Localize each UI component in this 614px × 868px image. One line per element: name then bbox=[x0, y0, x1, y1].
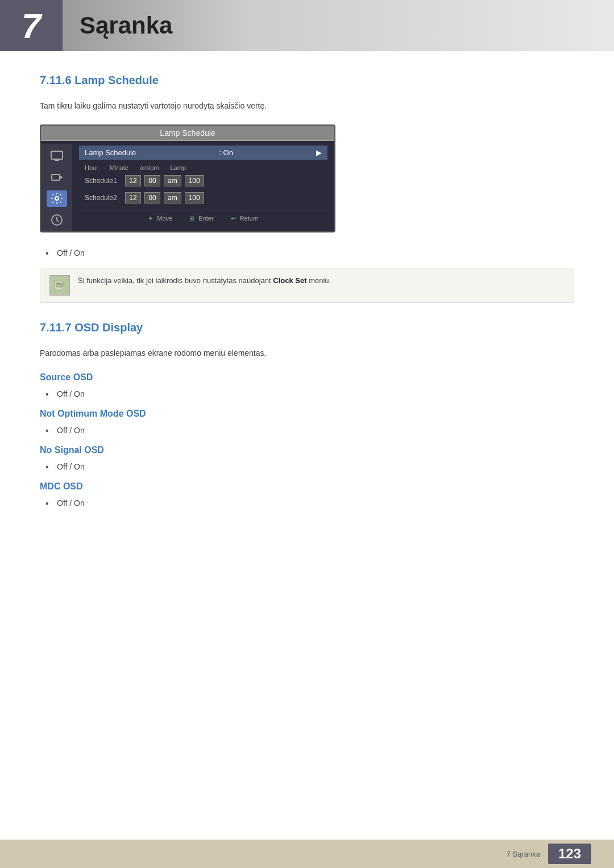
schedule2-hour: 12 bbox=[125, 192, 141, 203]
note-bold-text: Clock Set bbox=[273, 276, 306, 285]
osd-title-bar: Lamp Schedule bbox=[41, 126, 334, 141]
osd-main-label: Lamp Schedule bbox=[85, 148, 136, 157]
schedule2-label: Schedule2 bbox=[85, 194, 122, 202]
source-osd-bullet: Off / On bbox=[45, 389, 574, 398]
no-signal-heading: No Signal OSD bbox=[40, 445, 574, 455]
schedule2-lamp: 100 bbox=[185, 192, 204, 203]
source-osd-section: Source OSD Off / On bbox=[40, 372, 574, 398]
footer-enter: ⊞ Enter bbox=[189, 215, 213, 222]
not-optimum-heading: Not Optimum Mode OSD bbox=[40, 409, 574, 419]
footer-page-number: 123 bbox=[548, 844, 591, 864]
source-osd-heading: Source OSD bbox=[40, 372, 574, 383]
mdc-osd-section: MDC OSD Off / On bbox=[40, 481, 574, 508]
osd-content: Lamp Schedule : On ▶ Hour Minute am/pm L… bbox=[72, 141, 334, 231]
osd-column-headers: Hour Minute am/pm Lamp bbox=[79, 164, 327, 171]
schedule2-minute: 00 bbox=[144, 192, 160, 203]
no-signal-bullet: Off / On bbox=[45, 462, 574, 471]
mdc-osd-bullet-list: Off / On bbox=[40, 499, 574, 508]
lamp-schedule-bullet-item: Off / On bbox=[45, 248, 574, 258]
schedule1-ampm: am bbox=[164, 175, 181, 186]
lamp-schedule-bullet-list: Off / On bbox=[40, 248, 574, 258]
section-7-11-7: 7.11.7 OSD Display Parodomas arba paslep… bbox=[40, 321, 574, 507]
no-signal-bullet-list: Off / On bbox=[40, 462, 574, 471]
move-icon: ✦ bbox=[148, 215, 153, 222]
main-content: 7.11.6 Lamp Schedule Tam tikru laiku gal… bbox=[0, 51, 614, 552]
osd-icon-input bbox=[47, 169, 67, 186]
no-signal-section: No Signal OSD Off / On bbox=[40, 445, 574, 471]
not-optimum-bullet-list: Off / On bbox=[40, 426, 574, 435]
schedule2-ampm: am bbox=[164, 192, 181, 203]
section-7-11-6: 7.11.6 Lamp Schedule Tam tikru laiku gal… bbox=[40, 74, 574, 303]
schedule1-label: Schedule1 bbox=[85, 177, 122, 185]
page-footer: 7 Sąranka 123 bbox=[0, 840, 614, 868]
note-text: Ši funkcija veikia, tik jei laikrodis bu… bbox=[78, 275, 331, 287]
schedule1-lamp: 100 bbox=[185, 175, 204, 186]
svg-point-4 bbox=[55, 197, 59, 200]
section-heading-lamp-schedule: 7.11.6 Lamp Schedule bbox=[40, 74, 574, 89]
not-optimum-bullet: Off / On bbox=[45, 426, 574, 435]
osd-screen: Lamp Schedule bbox=[40, 124, 335, 232]
section-heading-osd-display: 7.11.7 OSD Display bbox=[40, 321, 574, 337]
mdc-osd-heading: MDC OSD bbox=[40, 481, 574, 492]
schedule1-hour: 12 bbox=[125, 175, 141, 186]
col-ampm: am/pm bbox=[140, 164, 159, 171]
section-desc-osd: Parodomas arba paslepiamas ekrane rodomo… bbox=[40, 347, 574, 359]
osd-arrow-icon: ▶ bbox=[316, 148, 322, 157]
col-lamp: Lamp bbox=[171, 164, 186, 171]
svg-rect-0 bbox=[51, 151, 63, 159]
enter-icon: ⊞ bbox=[189, 215, 194, 222]
osd-main-row: Lamp Schedule : On ▶ bbox=[79, 146, 327, 160]
col-hour: Hour bbox=[85, 164, 98, 171]
osd-icon-picture bbox=[47, 147, 67, 164]
osd-main-value: : On bbox=[219, 148, 233, 157]
lamp-schedule-note: Ši funkcija veikia, tik jei laikrodis bu… bbox=[40, 268, 574, 303]
footer-return: ↩ Return bbox=[231, 215, 259, 222]
osd-icon-settings bbox=[47, 190, 67, 207]
header-bar: 7 Sąranka bbox=[0, 0, 614, 51]
chapter-number: 7 bbox=[0, 0, 63, 51]
footer-move: ✦ Move bbox=[148, 215, 172, 222]
footer-text: 7 Sąranka bbox=[507, 850, 540, 858]
schedule1-minute: 00 bbox=[144, 175, 160, 186]
svg-rect-3 bbox=[52, 175, 60, 180]
return-icon: ↩ bbox=[231, 215, 236, 222]
source-osd-bullet-list: Off / On bbox=[40, 389, 574, 398]
schedule2-row: Schedule2 12 00 am 100 bbox=[79, 190, 327, 205]
col-minute: Minute bbox=[110, 164, 128, 171]
not-optimum-section: Not Optimum Mode OSD Off / On bbox=[40, 409, 574, 435]
mdc-osd-bullet: Off / On bbox=[45, 499, 574, 508]
section-desc-lamp: Tam tikru laiku galima nustatyti vartoto… bbox=[40, 99, 574, 112]
schedule1-row: Schedule1 12 00 am 100 bbox=[79, 173, 327, 188]
chapter-title: Sąranka bbox=[80, 12, 172, 39]
note-icon bbox=[49, 275, 70, 296]
osd-sidebar bbox=[41, 144, 72, 232]
osd-icon-clock bbox=[47, 211, 67, 229]
osd-footer-controls: ✦ Move ⊞ Enter ↩ Return bbox=[79, 210, 327, 227]
